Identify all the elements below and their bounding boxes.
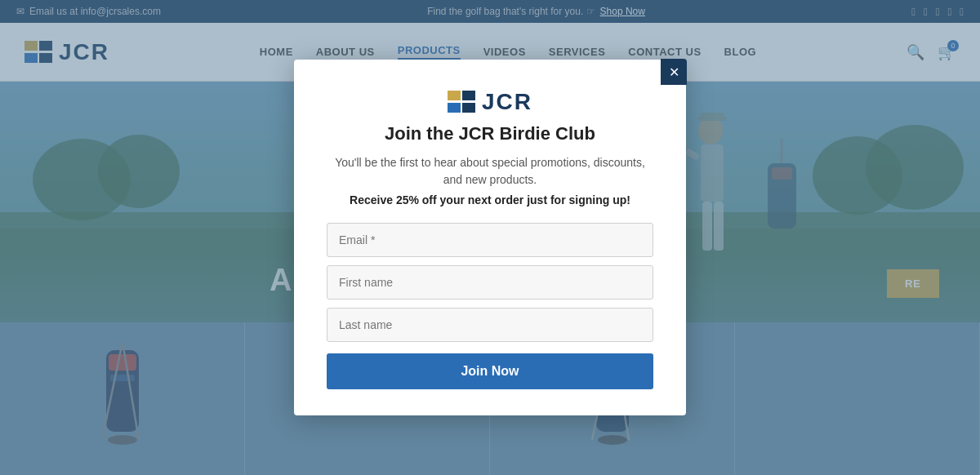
email-input[interactable] <box>327 223 653 257</box>
lastname-input[interactable] <box>327 308 653 342</box>
modal-logo-sq-gold <box>448 91 461 100</box>
modal-offer: Receive 25% off your next order just for… <box>327 193 653 206</box>
modal-logo-sq-navy2 <box>462 103 475 113</box>
modal-logo: JCR <box>327 89 653 115</box>
modal: ✕ JCR Join the JCR Birdie Club You'll be… <box>294 60 686 415</box>
firstname-input[interactable] <box>327 265 653 300</box>
modal-close-button[interactable]: ✕ <box>661 59 687 85</box>
modal-logo-squares <box>448 91 477 113</box>
modal-title: Join the JCR Birdie Club <box>327 123 653 144</box>
modal-logo-text: JCR <box>482 89 532 115</box>
modal-logo-sq-navy <box>462 91 475 100</box>
join-now-button[interactable]: Join Now <box>327 353 653 389</box>
modal-overlay: ✕ JCR Join the JCR Birdie Club You'll be… <box>0 0 980 475</box>
modal-logo-sq-blue <box>448 103 461 113</box>
modal-description: You'll be the first to hear about specia… <box>327 154 653 189</box>
